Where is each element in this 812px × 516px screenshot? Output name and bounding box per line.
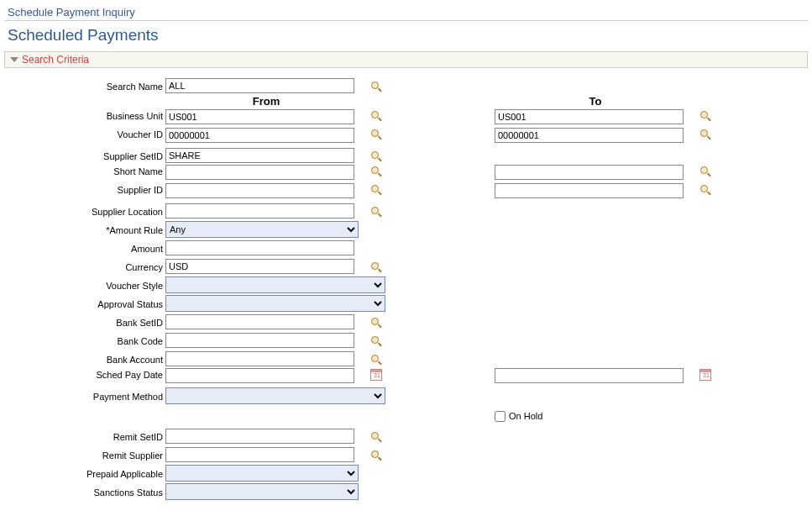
search-criteria-title: Search Criteria [22, 54, 89, 66]
sanctions-status-label: Sanctions Status [4, 486, 165, 498]
bank-setid-label: Bank SetID [4, 316, 165, 328]
lookup-icon[interactable] [700, 111, 710, 121]
prepaid-applicable-select[interactable] [165, 465, 359, 482]
currency-input[interactable] [165, 259, 354, 274]
lookup-icon[interactable] [700, 129, 710, 140]
supplier-id-from-input[interactable] [165, 183, 354, 198]
on-hold-label: On Hold [509, 411, 542, 421]
search-criteria-header[interactable]: Search Criteria [4, 51, 808, 68]
lookup-icon[interactable] [371, 207, 381, 217]
lookup-icon[interactable] [371, 151, 381, 161]
sanctions-status-select[interactable] [165, 483, 359, 500]
lookup-icon[interactable] [371, 185, 381, 195]
bank-account-label: Bank Account [4, 353, 165, 365]
lookup-icon[interactable] [700, 185, 710, 195]
voucher-id-to-input[interactable] [495, 128, 684, 143]
business-unit-to-input[interactable] [495, 109, 684, 124]
payment-method-label: Payment Method [4, 390, 165, 402]
supplier-id-to-input[interactable] [495, 183, 684, 198]
bank-code-label: Bank Code [4, 334, 165, 346]
on-hold-checkbox[interactable] [495, 411, 506, 422]
remit-setid-input[interactable] [165, 429, 354, 444]
short-name-label: Short Name [4, 165, 165, 183]
lookup-icon[interactable] [371, 262, 381, 272]
lookup-icon[interactable] [371, 355, 381, 365]
bank-setid-input[interactable] [165, 314, 354, 329]
voucher-style-label: Voucher Style [4, 279, 165, 291]
lookup-icon[interactable] [371, 318, 381, 328]
calendar-icon[interactable] [370, 369, 382, 381]
amount-input[interactable] [165, 240, 354, 255]
supplier-location-input[interactable] [165, 203, 354, 219]
search-name-label: Search Name [4, 80, 165, 92]
supplier-id-label: Supplier ID [4, 183, 165, 202]
voucher-style-select[interactable] [165, 276, 385, 293]
voucher-id-from-input[interactable] [165, 128, 354, 143]
short-name-to-input[interactable] [495, 165, 684, 180]
search-name-input[interactable] [165, 78, 354, 93]
supplier-setid-input[interactable] [165, 148, 354, 163]
supplier-location-label: Supplier Location [4, 205, 165, 217]
bank-account-input[interactable] [165, 351, 354, 366]
calendar-icon[interactable] [699, 369, 711, 381]
payment-method-select[interactable] [165, 387, 385, 404]
sched-pay-date-label: Sched Pay Date [4, 368, 165, 387]
remit-supplier-label: Remit Supplier [4, 449, 165, 461]
from-heading: From [165, 95, 367, 108]
lookup-icon[interactable] [371, 111, 381, 121]
lookup-icon[interactable] [371, 82, 381, 92]
lookup-icon[interactable] [371, 450, 381, 461]
lookup-icon[interactable] [371, 129, 381, 140]
sched-pay-date-from-input[interactable] [165, 368, 354, 383]
sched-pay-date-to-input[interactable] [495, 368, 684, 383]
prepaid-applicable-label: Prepaid Applicable [4, 467, 165, 479]
remit-supplier-input[interactable] [165, 447, 354, 462]
remit-setid-label: Remit SetID [4, 430, 165, 442]
amount-rule-select[interactable]: Any [165, 221, 359, 238]
short-name-from-input[interactable] [165, 165, 354, 180]
breadcrumb: Schedule Payment Inquiry [4, 4, 808, 21]
to-heading: To [495, 95, 696, 108]
business-unit-from-input[interactable] [165, 109, 354, 124]
approval-status-select[interactable] [165, 295, 385, 312]
amount-rule-label: *Amount Rule [4, 224, 165, 235]
page-title: Scheduled Payments [4, 21, 808, 51]
currency-label: Currency [4, 261, 165, 272]
voucher-id-label: Voucher ID [4, 128, 165, 146]
lookup-icon[interactable] [371, 166, 381, 176]
lookup-icon[interactable] [700, 166, 710, 176]
supplier-setid-label: Supplier SetID [4, 150, 165, 161]
lookup-icon[interactable] [371, 432, 381, 442]
lookup-icon[interactable] [371, 336, 381, 346]
bank-code-input[interactable] [165, 333, 354, 348]
approval-status-label: Approval Status [4, 297, 165, 309]
chevron-down-icon [10, 57, 18, 62]
amount-label: Amount [4, 242, 165, 254]
business-unit-label: Business Unit [4, 109, 165, 128]
